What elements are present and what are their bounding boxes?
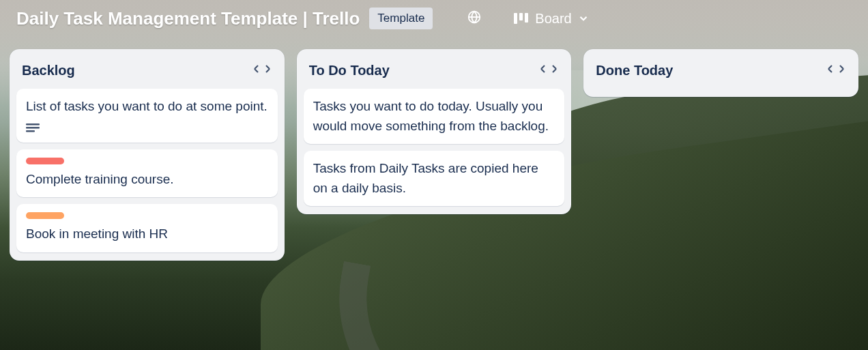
list-title[interactable]: To Do Today (309, 63, 390, 78)
view-switcher-button[interactable]: Board (508, 8, 594, 29)
card-label-orange[interactable] (26, 212, 64, 219)
list-title[interactable]: Backlog (22, 63, 75, 78)
card[interactable]: Complete training course. (16, 149, 278, 198)
list-to-do-today: To Do Today Tasks you want to do today. … (297, 49, 572, 214)
card-text: Tasks you want to do today. Usually you … (313, 97, 555, 136)
view-label: Board (535, 11, 571, 27)
collapse-list-icon[interactable] (826, 61, 846, 79)
board-header: Daily Task Management Template | Trello … (0, 0, 868, 42)
list-backlog: Backlog List of tasks you want to do at … (10, 49, 285, 261)
svg-rect-1 (514, 13, 517, 24)
list-title[interactable]: Done Today (596, 63, 673, 78)
board-title[interactable]: Daily Task Management Template | Trello (16, 8, 360, 29)
svg-rect-3 (525, 13, 528, 23)
svg-rect-2 (519, 13, 523, 20)
chevron-down-icon (577, 12, 590, 25)
card-label-red[interactable] (26, 158, 64, 164)
collapse-list-icon[interactable] (252, 61, 272, 79)
card[interactable]: Book in meeting with HR (16, 204, 278, 252)
description-icon (26, 123, 268, 134)
globe-icon[interactable] (464, 7, 484, 30)
card-text: List of tasks you want to do at some poi… (26, 97, 268, 117)
svg-rect-6 (26, 130, 35, 132)
card-text: Book in meeting with HR (26, 224, 268, 244)
collapse-list-icon[interactable] (538, 61, 559, 79)
card[interactable]: Tasks you want to do today. Usually you … (304, 89, 565, 144)
card[interactable]: Tasks from Daily Tasks are copied here o… (304, 151, 565, 206)
template-badge[interactable]: Template (369, 8, 433, 29)
list-done-today: Done Today (583, 49, 858, 97)
card-text: Complete training course. (26, 170, 268, 190)
board-canvas[interactable]: Backlog List of tasks you want to do at … (0, 42, 868, 267)
card[interactable]: List of tasks you want to do at some poi… (16, 89, 278, 143)
svg-rect-4 (26, 123, 40, 126)
card-text: Tasks from Daily Tasks are copied here o… (313, 159, 555, 198)
board-view-icon (513, 12, 530, 25)
svg-rect-5 (26, 127, 40, 129)
